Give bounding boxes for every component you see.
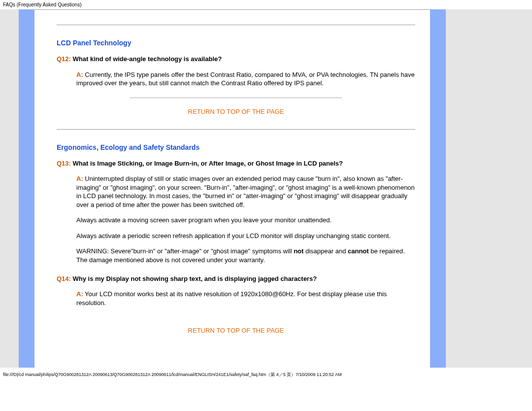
footer-path: file:///D|/cd manual/philips/Q70G9002813… [0,368,532,382]
q13-a-label: A: [76,175,83,182]
q13-p4: WARNING: Severe"burn-in" or "after-image… [76,247,415,264]
divider-1b [57,129,415,130]
faq-q12: Q12: What kind of wide-angle technology … [57,55,415,88]
q14-answer: A: Your LCD monitor works best at its na… [76,290,415,307]
q13-cannot: cannot [348,247,369,255]
left-margin [0,9,19,368]
q13-p4a: WARNING: Severe"burn-in" or "after-image… [76,247,294,255]
section-title-lcd: LCD Panel Technology [57,39,415,47]
right-blue-column [430,9,446,368]
return-to-top-1[interactable]: RETURN TO TOP OF THE PAGE [57,108,415,115]
q12-text: What kind of wide-angle technology is av… [73,55,222,63]
q12-a-text: Currently, the IPS type panels offer the… [76,71,415,87]
return-to-top-2[interactable]: RETURN TO TOP OF THE PAGE [57,327,415,334]
top-rule [57,25,415,25]
faq-q13: Q13: What is Image Sticking, or Image Bu… [57,159,415,265]
q12-answer: A: Currently, the IPS type panels offer … [76,70,415,88]
q12-a-label: A: [76,71,83,78]
q13-number: Q13: [57,160,71,167]
q12-question: Q12: What kind of wide-angle technology … [57,55,415,64]
divider-1a [130,98,342,98]
window-title: FAQs (Frequently Asked Questions) [0,0,532,9]
q13-question: Q13: What is Image Sticking, or Image Bu… [57,159,415,168]
left-blue-column [19,9,34,368]
q14-number: Q14: [57,275,71,282]
q14-text: Why is my Display not showing sharp text… [73,275,317,282]
page-body: LCD Panel Technology Q12: What kind of w… [34,9,430,368]
q12-number: Q12: [57,55,71,63]
q14-a-label: A: [76,290,83,298]
q13-p1: Uninterrupted display of still or static… [76,175,415,208]
right-margin [446,9,532,368]
q13-answer: A: Uninterrupted display of still or sta… [76,174,415,264]
faq-q14: Q14: Why is my Display not showing sharp… [57,274,415,308]
q13-p3: Always activate a periodic screen refres… [76,232,415,240]
q13-p4b: disappear and [303,247,348,255]
q13-p2: Always activate a moving screen saver pr… [76,216,415,225]
q13-not: not [294,247,303,255]
q14-question: Q14: Why is my Display not showing sharp… [57,274,415,283]
q14-a-text: Your LCD monitor works best at its nativ… [76,290,387,307]
content-area: LCD Panel Technology Q12: What kind of w… [34,10,430,334]
section-title-ergonomics: Ergonomics, Ecology and Safety Standards [57,143,415,151]
page-frame: LCD Panel Technology Q12: What kind of w… [0,9,532,368]
q13-text: What is Image Sticking, or Image Burn-in… [73,160,343,167]
